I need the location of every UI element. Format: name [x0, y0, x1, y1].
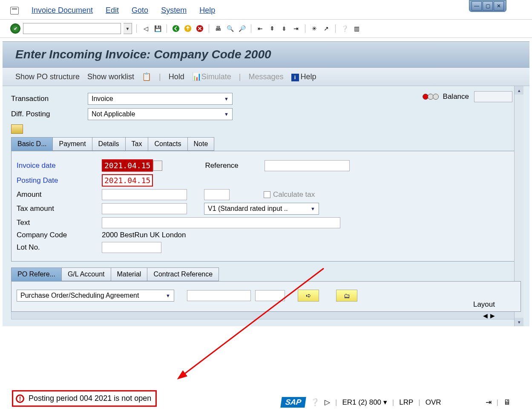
more-allocation-button[interactable]: ➪: [298, 290, 319, 302]
minimize-button[interactable]: —: [472, 1, 482, 11]
enter-icon[interactable]: ✔: [10, 23, 20, 34]
command-dropdown-icon[interactable]: ▼: [124, 23, 132, 34]
tab-basic-data[interactable]: Basic D...: [11, 137, 53, 151]
error-icon: !: [16, 394, 24, 403]
amount-label: Amount: [17, 190, 102, 199]
exit-yellow-icon[interactable]: [183, 24, 193, 33]
tab-contract-reference[interactable]: Contract Reference: [147, 267, 219, 281]
header-tabs: Basic D... Payment Details Tax Contacts …: [11, 137, 521, 151]
menu-invoice-document[interactable]: Invoice Document: [32, 6, 93, 15]
folder-icon[interactable]: [11, 124, 23, 134]
local-layout-icon[interactable]: ▷: [325, 398, 330, 407]
tax-amount-field[interactable]: [102, 203, 187, 214]
status-message-bar: ! Posting period 004 2021 is not open: [12, 390, 157, 407]
menu-icon[interactable]: [10, 7, 19, 14]
save-icon[interactable]: 💾: [153, 24, 162, 33]
close-button[interactable]: ✕: [494, 1, 504, 11]
calculate-tax-checkbox[interactable]: [264, 191, 270, 198]
collapse-icon[interactable]: ⇥: [486, 398, 492, 407]
status-bar: SAP ❔ ▷ | ER1 (2) 800 ▾ | LRP | OVR ⇥ | …: [281, 397, 511, 408]
system-info[interactable]: ER1 (2) 800 ▾: [342, 398, 387, 407]
svg-point-0: [173, 25, 179, 32]
tab-po-reference[interactable]: PO Refere...: [11, 267, 62, 281]
maximize-button[interactable]: ▢: [483, 1, 493, 11]
lot-no-field[interactable]: [102, 242, 161, 253]
calculate-tax-label: Calculate tax: [273, 190, 315, 199]
app-toolbar: Show PO structure Show worklist 📋 | Hold…: [3, 68, 529, 86]
overview-button[interactable]: 🗂: [336, 290, 357, 302]
tab-details[interactable]: Details: [92, 137, 126, 151]
text-field[interactable]: [102, 217, 340, 228]
tab-payment[interactable]: Payment: [52, 137, 92, 151]
amount-field[interactable]: [102, 189, 187, 200]
tab-tax[interactable]: Tax: [125, 137, 149, 151]
tab-contacts[interactable]: Contacts: [148, 137, 187, 151]
scroll-left-icon[interactable]: ◀: [483, 312, 488, 319]
show-po-structure-button[interactable]: Show PO structure: [15, 72, 80, 81]
posting-date-field[interactable]: 2021.04.15: [102, 174, 153, 187]
transaction-dropdown[interactable]: Invoice▼: [88, 93, 233, 105]
menu-goto[interactable]: Goto: [132, 6, 148, 15]
ref-type-dropdown[interactable]: Purchase Order/Scheduling Agreement▼: [17, 290, 174, 302]
balance-light-icon: [423, 94, 438, 100]
po-item-field[interactable]: [255, 290, 285, 301]
sap-logo: SAP: [280, 397, 306, 408]
other-document-icon[interactable]: 📋: [142, 72, 151, 81]
po-number-field[interactable]: [187, 290, 251, 301]
messages-button[interactable]: Messages: [249, 72, 284, 81]
print-icon[interactable]: 🖶: [213, 24, 223, 33]
show-worklist-button[interactable]: Show worklist: [87, 72, 134, 81]
currency-field[interactable]: [204, 189, 230, 200]
page-title: Enter Incoming Invoice: Company Code 200…: [3, 41, 529, 68]
hold-button[interactable]: Hold: [169, 72, 184, 81]
company-code-label: Company Code: [17, 231, 102, 239]
prev-page-icon[interactable]: ⇞: [267, 24, 277, 33]
menubar: Invoice Document Edit Goto System Help: [0, 0, 532, 19]
info-icon: i: [291, 74, 299, 81]
find-icon[interactable]: 🔍: [225, 24, 235, 33]
simulate-button[interactable]: 📊Simulate: [192, 72, 231, 81]
cancel-red-icon[interactable]: [195, 24, 204, 33]
tab-gl-account[interactable]: G/L Account: [61, 267, 111, 281]
balance-label: Balance: [443, 92, 469, 101]
invoice-date-field[interactable]: 2021.04.15: [102, 159, 153, 172]
invoice-date-label: Invoice date: [17, 161, 102, 170]
diff-posting-dropdown[interactable]: Not Applicable▼: [88, 108, 233, 120]
insert-mode: OVR: [426, 398, 441, 407]
menu-system[interactable]: System: [161, 6, 187, 15]
tax-amount-label: Tax amount: [17, 204, 102, 213]
last-page-icon[interactable]: ⇥: [291, 24, 301, 33]
command-field[interactable]: [23, 23, 121, 34]
content-area: ▴▾ Balance Transaction Invoice▼ Diff. Po…: [3, 86, 529, 326]
reference-label: Reference: [205, 161, 265, 170]
diff-posting-label: Diff. Posting: [11, 110, 88, 118]
next-page-icon[interactable]: ⇟: [279, 24, 289, 33]
tax-code-dropdown[interactable]: V1 (Standard rated input ..▼: [204, 203, 319, 215]
menu-edit[interactable]: Edit: [106, 6, 119, 15]
user-info: LRP: [399, 398, 413, 407]
screen-icon[interactable]: 🖥: [503, 398, 511, 407]
find-next-icon[interactable]: 🔎: [237, 24, 247, 33]
menu-help[interactable]: Help: [199, 6, 215, 15]
help-button[interactable]: iHelp: [291, 72, 316, 81]
date-picker-icon[interactable]: [153, 161, 162, 171]
status-message-text: Posting period 004 2021 is not open: [29, 394, 151, 403]
po-reference-panel: Purchase Order/Scheduling Agreement▼ ➪ 🗂…: [11, 281, 521, 312]
basic-data-panel: Invoice date 2021.04.15 Reference Postin…: [11, 151, 521, 262]
tab-material[interactable]: Material: [111, 267, 148, 281]
shortcut-icon[interactable]: ↗: [322, 24, 331, 33]
help-icon[interactable]: ❔: [340, 24, 349, 33]
reference-field[interactable]: [265, 160, 350, 171]
item-tabs: PO Refere... G/L Account Material Contra…: [11, 267, 521, 281]
window-controls: — ▢ ✕: [469, 0, 506, 12]
first-page-icon[interactable]: ⇤: [256, 24, 265, 33]
scroll-right-icon[interactable]: ▶: [490, 312, 495, 319]
horizontal-scrollbar[interactable]: [11, 312, 521, 319]
posting-date-label: Posting Date: [17, 176, 102, 185]
tab-note[interactable]: Note: [187, 137, 215, 151]
layout-icon[interactable]: ▥: [352, 24, 361, 33]
back-green-icon[interactable]: [171, 24, 181, 33]
back-icon[interactable]: ◁: [141, 24, 150, 33]
help-status-icon[interactable]: ❔: [311, 398, 319, 407]
new-session-icon[interactable]: ✳: [310, 24, 319, 33]
